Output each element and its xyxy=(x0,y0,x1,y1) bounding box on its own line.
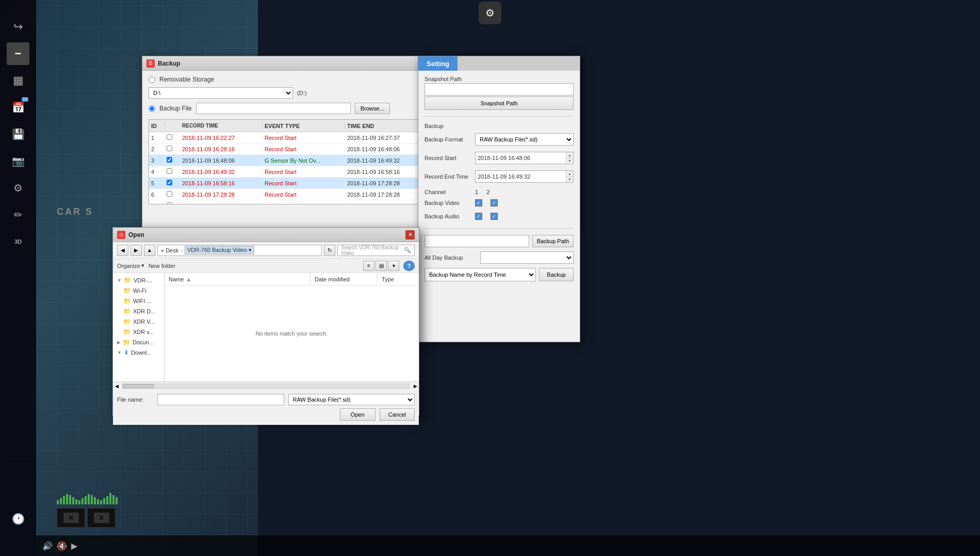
td-event-type: Record Start xyxy=(263,169,345,175)
volume-icon[interactable]: 🔇 xyxy=(57,541,67,551)
channel-label: Channel xyxy=(424,189,471,195)
sidebar-item-settings[interactable]: ⚙ xyxy=(7,177,29,199)
col-type-header[interactable]: Type xyxy=(378,273,419,285)
td-id: 2 xyxy=(149,146,165,152)
app-logo: ⚙ xyxy=(479,2,501,24)
browse-button[interactable]: Browse... xyxy=(355,103,390,114)
nav-forward[interactable]: ▶ xyxy=(130,245,142,256)
tree-item-wifi2[interactable]: 📁 WIFI ... xyxy=(113,296,164,306)
tree-item-wifi[interactable]: 📁 Wi-Fi xyxy=(113,285,164,296)
td-record-time: 2018-11-09 16:22:27 xyxy=(180,135,263,141)
all-day-dropdown[interactable] xyxy=(480,251,574,264)
td-check[interactable] xyxy=(165,157,180,164)
organize-btn[interactable]: Organize ▾ xyxy=(117,262,144,269)
snapshot-path-input[interactable]: C:\Program Files (x86)\VDR-760 Manager\S… xyxy=(424,83,574,96)
backup-name-dropdown[interactable]: Backup Name by Record Time xyxy=(424,268,536,281)
help-btn[interactable]: ? xyxy=(403,261,415,271)
tree-item-xdr3[interactable]: 📁 XDR v... xyxy=(113,327,164,337)
record-end-up[interactable]: ▲ xyxy=(566,171,573,177)
play-icon[interactable]: ▶ xyxy=(71,541,77,551)
col-name-label: Name xyxy=(169,276,184,282)
open-button[interactable]: Open xyxy=(340,408,375,421)
record-start-up[interactable]: ▲ xyxy=(566,152,573,158)
record-start-spin: ▲ ▼ xyxy=(566,152,573,164)
removable-storage-label: Removable Storage xyxy=(159,76,214,83)
scroll-track[interactable] xyxy=(122,384,410,389)
search-icon[interactable]: 🔍 xyxy=(404,247,411,253)
col-name-header[interactable]: Name ▲ xyxy=(165,273,311,285)
channel-2: 2 xyxy=(486,189,489,195)
sidebar-item-clock[interactable]: 🕐 xyxy=(7,507,29,530)
filename-row: File name: RAW Backup File(*.sd) xyxy=(117,394,415,405)
open-bottom: File name: RAW Backup File(*.sd) Open Ca… xyxy=(113,390,419,425)
sidebar-item-video[interactable]: ▦ xyxy=(7,69,29,92)
backup-path-input[interactable]: C:\BlackBox xyxy=(424,235,529,247)
backup-audio-row: Backup Audio ✓ ✓ xyxy=(424,213,574,220)
sidebar-item-calendar[interactable]: 📅 15 xyxy=(7,96,29,119)
scroll-left[interactable]: ◀ xyxy=(113,384,120,389)
snapshot-path-btn[interactable]: Snapshot Path xyxy=(424,97,574,110)
cancel-button[interactable]: Cancel xyxy=(380,408,415,421)
view-details[interactable]: ▤ xyxy=(375,261,387,271)
tree-item-down[interactable]: ▼ ⬇ Downl... xyxy=(113,347,164,358)
backup-path-btn[interactable]: Backup Path xyxy=(532,235,574,247)
drive-dropdown[interactable]: D:\ xyxy=(149,87,293,99)
scroll-thumb[interactable] xyxy=(123,384,154,388)
open-file-area: Name ▲ Date modified Type No items match… xyxy=(165,273,419,382)
col-id: ID xyxy=(149,123,165,129)
view-dropdown[interactable]: ▾ xyxy=(388,261,399,271)
record-end-input: 2018-11-09 16:49:32 ▲ ▼ xyxy=(475,170,574,183)
open-cancel-row: Open Cancel xyxy=(117,408,415,421)
td-check[interactable] xyxy=(165,202,180,204)
nav-up[interactable]: ▲ xyxy=(144,245,155,256)
breadcrumb-folder[interactable]: VDR-760 Backup Video ▾ xyxy=(185,246,254,255)
td-check[interactable] xyxy=(165,180,180,186)
scroll-right[interactable]: ▶ xyxy=(412,384,419,389)
removable-storage-radio[interactable] xyxy=(149,76,155,83)
sidebar-item-edit[interactable]: ✏ xyxy=(7,203,29,226)
backup-format-dropdown[interactable]: RAW Backup File(*.sd) xyxy=(475,133,574,146)
open-scrollbar[interactable]: ◀ ▶ xyxy=(113,382,419,390)
record-end-down[interactable]: ▼ xyxy=(566,177,573,183)
sidebar-item-minimize[interactable]: − xyxy=(7,42,29,65)
thumbnail-row: ✕ ✕ xyxy=(57,508,116,528)
backup-audio-ch1-check[interactable]: ✓ xyxy=(475,213,482,220)
filename-input[interactable] xyxy=(157,394,284,405)
td-check[interactable] xyxy=(165,134,180,141)
td-check[interactable] xyxy=(165,168,180,175)
filetype-dropdown[interactable]: RAW Backup File(*.sd) xyxy=(288,394,415,405)
new-folder-btn[interactable]: New folder xyxy=(149,263,176,269)
record-start-down[interactable]: ▼ xyxy=(566,158,573,164)
sidebar-item-3d[interactable]: 3D xyxy=(7,230,29,253)
td-check[interactable] xyxy=(165,191,180,198)
organize-label: Organize xyxy=(117,263,140,269)
open-dialog-close[interactable]: ✕ xyxy=(405,230,415,240)
nav-refresh[interactable]: ↻ xyxy=(324,245,335,256)
sidebar-item-logout[interactable]: ↪ xyxy=(7,15,29,38)
tree-item-vdr[interactable]: ▼ 📁 VDR-... xyxy=(113,275,164,285)
col-date-header[interactable]: Date modified xyxy=(311,273,378,285)
tree-item-xdr2[interactable]: 📁 XDR V... xyxy=(113,316,164,327)
tree-label-docs: Docun... xyxy=(133,339,154,345)
tree-item-docs[interactable]: ▶ 📁 Docun... xyxy=(113,337,164,347)
backup-file-label: Backup File xyxy=(159,105,192,112)
sidebar-item-camera[interactable]: 📷 xyxy=(7,150,29,172)
folder-icon-down: ⬇ xyxy=(124,349,129,356)
backup-execute-btn[interactable]: Backup xyxy=(539,268,574,281)
tree-item-xdr1[interactable]: 📁 XDR D... xyxy=(113,306,164,316)
backup-name-row: Backup Name by Record Time Backup xyxy=(424,268,574,281)
backup-video-ch1-check[interactable]: ✓ xyxy=(475,199,482,206)
backup-file-input[interactable] xyxy=(196,103,351,114)
sidebar-item-save[interactable]: 💾 xyxy=(7,123,29,146)
td-id: 6 xyxy=(149,192,165,198)
record-start-input: 2018-11-09 16:48:06 ▲ ▼ xyxy=(475,152,574,164)
nav-back[interactable]: ◀ xyxy=(117,245,128,256)
backup-audio-ch2-check[interactable]: ✓ xyxy=(491,213,498,220)
open-toolbar: ◀ ▶ ▲ « Desk › VDR-760 Backup Video ▾ ↻ … xyxy=(113,242,419,259)
snapshot-path-section: Snapshot Path C:\Program Files (x86)\VDR… xyxy=(424,76,574,110)
backup-file-radio[interactable] xyxy=(149,105,155,112)
td-check[interactable] xyxy=(165,146,180,152)
view-list[interactable]: ≡ xyxy=(363,261,374,271)
backup-video-ch2-check[interactable]: ✓ xyxy=(491,199,498,206)
audio-mute-icon[interactable]: 🔊 xyxy=(42,541,53,551)
